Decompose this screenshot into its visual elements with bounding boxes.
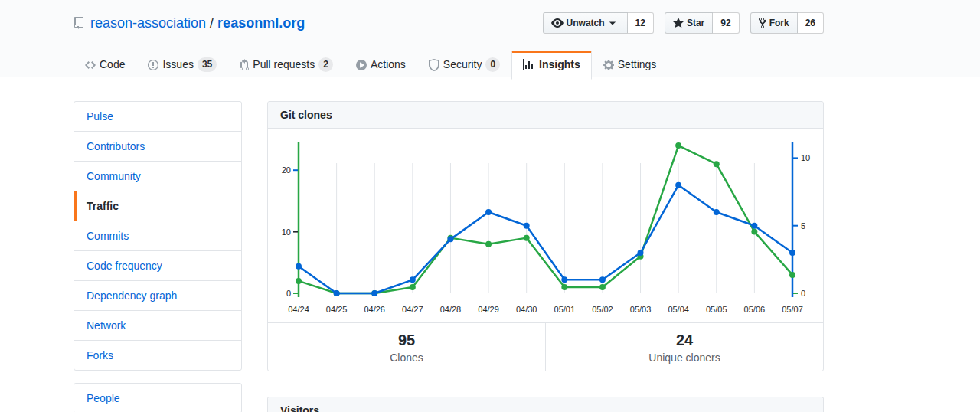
forks-count[interactable]: 26 — [798, 12, 824, 34]
svg-text:20: 20 — [282, 165, 291, 175]
traffic-main: Git clones 01020051004/2404/2504/2604/27… — [267, 101, 824, 412]
clones-total: 95 — [268, 330, 545, 350]
shield-icon — [429, 59, 443, 71]
watchers-count[interactable]: 12 — [628, 12, 654, 34]
tab-security-label: Security — [443, 57, 482, 72]
security-counter: 0 — [485, 57, 500, 72]
people-menu: People — [74, 383, 242, 412]
repo-pagehead: reason-association / reasonml.org Unwatc… — [0, 0, 980, 77]
svg-text:04/28: 04/28 — [440, 305, 462, 314]
svg-text:0: 0 — [286, 289, 291, 298]
tab-pull-requests[interactable]: Pull requests 2 — [228, 51, 345, 79]
sidebar-item-forks[interactable]: Forks — [74, 341, 241, 370]
tab-insights-label: Insights — [539, 57, 580, 72]
unique-cloners-stat: 24 Unique cloners — [545, 323, 823, 371]
sidebar-item-commits[interactable]: Commits — [74, 221, 241, 251]
repo-path-divider: / — [210, 12, 214, 34]
tab-security[interactable]: Security 0 — [417, 51, 511, 79]
sidebar-item-people[interactable]: People — [74, 384, 241, 412]
svg-text:04/24: 04/24 — [288, 305, 309, 314]
fork-icon — [759, 17, 769, 29]
git-clones-title: Git clones — [268, 102, 823, 129]
svg-text:04/26: 04/26 — [364, 305, 385, 314]
issues-counter: 35 — [198, 57, 217, 72]
star-icon — [673, 17, 687, 29]
svg-text:05/07: 05/07 — [782, 305, 803, 314]
sidebar-item-dependency-graph[interactable]: Dependency graph — [74, 281, 241, 311]
git-clones-chart: 01020051004/2404/2504/2604/2704/2804/290… — [268, 129, 822, 322]
tab-actions-label: Actions — [371, 57, 406, 72]
svg-text:05/04: 05/04 — [668, 305, 689, 314]
unwatch-button[interactable]: Unwatch — [543, 12, 628, 34]
svg-text:05/05: 05/05 — [706, 305, 727, 314]
svg-text:05/06: 05/06 — [744, 305, 766, 314]
unique-cloners-label: Unique cloners — [546, 350, 823, 365]
svg-text:04/27: 04/27 — [402, 305, 423, 314]
sidebar-item-pulse[interactable]: Pulse — [74, 102, 241, 132]
clones-total-label: Clones — [268, 350, 545, 365]
unwatch-label: Unwatch — [567, 15, 605, 31]
repo-title: reason-association / reasonml.org — [74, 12, 305, 34]
svg-text:04/29: 04/29 — [478, 305, 499, 314]
tab-settings[interactable]: Settings — [592, 51, 668, 79]
sidebar-item-community[interactable]: Community — [74, 162, 241, 191]
fork-button-group: Fork 26 — [750, 12, 824, 34]
star-label: Star — [687, 15, 704, 31]
sidebar-item-network[interactable]: Network — [74, 311, 241, 341]
svg-text:05/01: 05/01 — [554, 305, 576, 314]
git-clones-stats: 95 Clones 24 Unique cloners — [268, 322, 823, 371]
star-button[interactable]: Star — [665, 12, 713, 34]
pagehead-actions: Unwatch 12 Star 92 — [532, 12, 824, 34]
svg-text:0: 0 — [801, 289, 805, 298]
visitors-card: Visitors — [267, 397, 824, 412]
svg-text:05/02: 05/02 — [592, 305, 613, 314]
sidebar-item-contributors[interactable]: Contributors — [74, 132, 241, 162]
git-clones-card: Git clones 01020051004/2404/2504/2604/27… — [267, 101, 824, 371]
tab-code[interactable]: Code — [74, 51, 136, 79]
repo-name-link[interactable]: reasonml.org — [217, 12, 305, 34]
repo-icon — [74, 17, 90, 29]
git-pull-request-icon — [240, 59, 253, 71]
tab-settings-label: Settings — [618, 57, 657, 72]
pull-requests-counter: 2 — [318, 57, 333, 72]
visitors-title: Visitors — [268, 397, 823, 412]
insights-sidebar: Pulse Contributors Community Traffic Com… — [74, 101, 242, 412]
repo-nav: Code Issues 35 Pull requests 2 Actions S… — [74, 51, 824, 79]
chevron-down-icon — [609, 19, 619, 28]
svg-text:05/03: 05/03 — [630, 305, 652, 314]
repo-owner-link[interactable]: reason-association — [90, 12, 206, 34]
svg-text:04/30: 04/30 — [516, 305, 537, 314]
clones-stat: 95 Clones — [268, 323, 545, 371]
sidebar-item-code-frequency[interactable]: Code frequency — [74, 251, 241, 281]
graph-icon — [523, 59, 539, 71]
svg-text:04/25: 04/25 — [326, 305, 348, 314]
git-clones-chart-svg: 01020051004/2404/2504/2604/2704/2804/290… — [268, 129, 822, 322]
svg-text:10: 10 — [282, 227, 291, 237]
tab-pull-requests-label: Pull requests — [253, 57, 315, 72]
stargazers-count[interactable]: 92 — [713, 12, 739, 34]
sidebar-item-traffic[interactable]: Traffic — [74, 191, 241, 221]
tab-actions[interactable]: Actions — [345, 51, 417, 79]
code-icon — [85, 59, 100, 71]
fork-button[interactable]: Fork — [750, 12, 798, 34]
tab-issues[interactable]: Issues 35 — [136, 51, 228, 79]
svg-text:5: 5 — [801, 221, 805, 231]
watch-button-group: Unwatch 12 — [543, 12, 654, 34]
play-icon — [356, 59, 371, 71]
page-content: Pulse Contributors Community Traffic Com… — [74, 77, 824, 412]
svg-text:10: 10 — [801, 153, 810, 162]
tab-issues-label: Issues — [162, 57, 193, 72]
issue-opened-icon — [148, 59, 162, 71]
star-button-group: Star 92 — [665, 12, 740, 34]
gear-icon — [603, 59, 618, 71]
tab-code-label: Code — [100, 57, 125, 72]
eye-icon — [551, 17, 567, 29]
insights-menu: Pulse Contributors Community Traffic Com… — [74, 101, 242, 371]
unique-cloners-total: 24 — [546, 330, 823, 350]
tab-insights[interactable]: Insights — [511, 51, 592, 80]
fork-label: Fork — [769, 15, 789, 31]
